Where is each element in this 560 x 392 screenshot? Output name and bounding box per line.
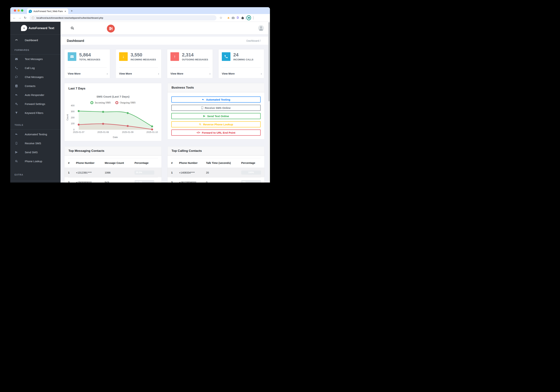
chevron-right-icon: › — [210, 72, 210, 76]
phone-icon — [222, 52, 230, 61]
sidebar-toggle-button[interactable] — [107, 25, 115, 32]
close-window-button[interactable] — [14, 9, 16, 12]
automated-texting-button[interactable]: Automated Texting — [171, 96, 260, 103]
top-messaging-contacts-panel: Top Messaging Contacts # Phone Number Me… — [64, 146, 162, 182]
url-text[interactable]: localhost/autoforwardtext-new/webpanel/s… — [36, 17, 103, 19]
browser-window: » AutoForward Text | Web Panel × + ← → ↻… — [10, 7, 270, 182]
phone-icon — [15, 66, 18, 70]
divider — [119, 67, 158, 68]
screenshot-camera-icon[interactable] — [231, 15, 235, 20]
table-row: 1 +1312391**** 1066 30.5% — [64, 168, 161, 177]
chevron-right-icon: › — [261, 72, 262, 76]
breadcrumb[interactable]: Dashboard / — [246, 39, 260, 42]
stat-label: OUTGOING MESSAGES — [182, 58, 208, 61]
extension-amazon-icon[interactable]: a — [226, 15, 231, 20]
send-text-online-button[interactable]: Send Text Online — [171, 113, 260, 119]
sidebar-item-download-apk[interactable]: Download APK — [10, 181, 60, 182]
table-header-row: # Phone Number Talk Time (seconds) Perce… — [171, 158, 261, 168]
reply-arrow-icon — [202, 98, 204, 101]
reload-button[interactable]: ↻ — [22, 15, 28, 20]
new-tab-button[interactable]: + — [71, 9, 73, 13]
stat-card-outgoing-messages: ↑ 2,314 OUTGOING MESSAGES View More › — [167, 49, 213, 78]
extension-d-icon[interactable]: D — [235, 15, 240, 20]
sidebar-item-automated-texting[interactable]: Automated Texting — [10, 130, 60, 139]
message-count: 1066 — [105, 171, 135, 174]
forward-button[interactable]: → — [17, 15, 22, 20]
dashboard-gauge-icon — [15, 39, 18, 42]
sidebar-item-text-messages[interactable]: Text Messages — [10, 54, 60, 63]
profile-avatar[interactable] — [246, 15, 251, 20]
panel-title: Business Tools — [168, 83, 264, 92]
reverse-phone-lookup-button[interactable]: Reverse Phone Lookup — [171, 121, 260, 127]
last-7-days-panel: Last 7 Days SMS Count (Last 7 Days) Inco… — [64, 83, 162, 141]
stat-label: INCOMING CALLS — [233, 58, 253, 61]
view-more-link[interactable]: View More › — [170, 70, 210, 77]
browser-tab[interactable]: » AutoForward Text | Web Panel × — [27, 9, 68, 14]
sidebar-item-phone-lookup[interactable]: Phone Lookup — [10, 157, 60, 166]
bookmark-star-icon[interactable]: ☆ — [219, 15, 223, 20]
menu-lines-icon — [109, 27, 113, 28]
sidebar-item-dashboard[interactable]: Dashboard — [10, 36, 60, 45]
stat-value: 5,864 — [79, 52, 91, 58]
stat-value: 2,314 — [182, 52, 194, 58]
extensions-puzzle-icon[interactable] — [240, 15, 245, 20]
sidebar-item-send-sms[interactable]: Send SMS — [10, 148, 60, 157]
window-controls — [14, 9, 23, 12]
sidebar-logo[interactable]: » AutoForward Text — [10, 22, 60, 34]
message-count: 543 — [105, 181, 135, 183]
chevron-right-icon: › — [158, 72, 159, 76]
search-icon — [15, 160, 18, 163]
page-area: » AutoForward Text Dashboard FORWARDS Te… — [10, 22, 270, 182]
table-row: 1 +1408334**** 20 100% — [168, 168, 264, 177]
reply-arrow-icon — [15, 133, 18, 136]
envelope-icon — [68, 52, 76, 61]
minimize-window-button[interactable] — [17, 9, 20, 12]
maximize-window-button[interactable] — [21, 9, 23, 12]
address-book-icon — [15, 84, 18, 88]
percentage-bar: 30.5% — [135, 171, 154, 175]
sidebar-item-auto-responder[interactable]: Auto Responder — [10, 90, 60, 99]
stat-value: 3,550 — [130, 52, 142, 58]
stat-card-incoming-calls: 24 INCOMING CALLS View More › — [218, 49, 264, 78]
browser-menu-icon[interactable]: ⋮ — [252, 16, 255, 20]
site-info-icon[interactable]: i — [31, 16, 35, 20]
business-tools-panel: Business Tools Automated Texting Receive… — [167, 83, 265, 140]
arrow-down-icon: ↓ — [119, 52, 128, 61]
view-more-link[interactable]: View More › — [119, 70, 159, 77]
code-icon: </> — [197, 131, 200, 134]
stat-value: 24 — [233, 52, 239, 58]
scrollbar[interactable] — [268, 22, 270, 182]
toolbar-separator: | — [245, 16, 246, 20]
scrollbar-thumb[interactable] — [268, 22, 270, 101]
sidebar: » AutoForward Text Dashboard FORWARDS Te… — [10, 22, 60, 182]
rocket-icon — [15, 151, 18, 154]
sidebar-item-contacts[interactable]: Contacts — [10, 81, 60, 90]
search-icon[interactable] — [70, 26, 74, 30]
receive-sms-online-button[interactable]: Receive SMS Online — [171, 105, 260, 111]
view-more-link[interactable]: View More › — [68, 70, 108, 77]
tab-close-icon[interactable]: × — [64, 10, 66, 13]
sidebar-item-keyword-filters[interactable]: Keyword Filters — [10, 108, 60, 117]
forward-to-url-button[interactable]: </> Forward to URL End Point — [171, 130, 260, 136]
back-button[interactable]: ← — [12, 15, 17, 20]
brand-bubble-icon: » — [21, 25, 27, 31]
divider — [68, 67, 107, 68]
sidebar-item-receive-sms[interactable]: Receive SMS — [10, 139, 60, 148]
top-bar — [60, 22, 270, 34]
view-more-link[interactable]: View More › — [222, 70, 262, 77]
talk-time: 0 — [206, 181, 241, 183]
arrow-up-icon: ↑ — [170, 52, 179, 61]
sidebar-item-call-log[interactable]: Call Log — [10, 63, 60, 72]
page-title: Dashboard — [67, 39, 84, 43]
filter-funnel-icon — [15, 111, 18, 114]
user-avatar[interactable] — [258, 25, 264, 31]
address-bar[interactable]: i localhost/autoforwardtext-new/webpanel… — [30, 15, 216, 20]
gears-icon — [15, 102, 18, 105]
sidebar-item-chat-messages[interactable]: Chat Messages — [10, 72, 60, 81]
table-row: 2 +1503333**** 543 15.6% — [68, 177, 158, 182]
chevron-right-icon: › — [107, 72, 108, 76]
sidebar-section-extra: EXTRA — [15, 173, 60, 176]
brand-name: AutoForward Text — [29, 26, 54, 30]
sidebar-item-forward-settings[interactable]: Forward Settings — [10, 99, 60, 108]
panel-title: Top Messaging Contacts — [64, 146, 161, 156]
